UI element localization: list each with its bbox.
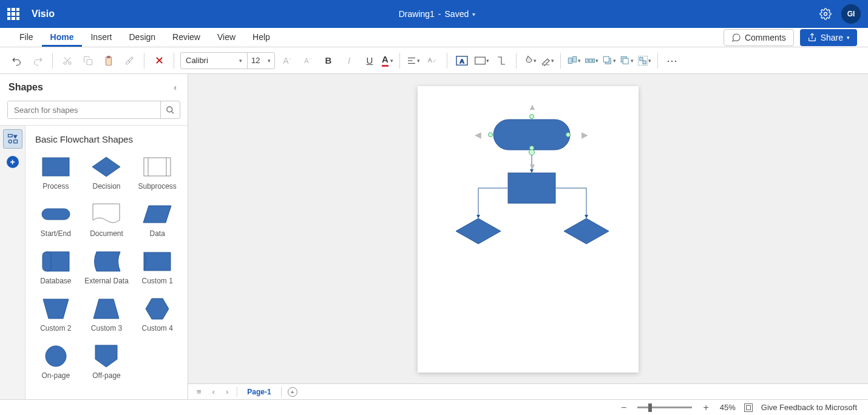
next-page-button[interactable]: › xyxy=(223,387,231,396)
add-page-button[interactable]: + xyxy=(288,387,297,397)
shape-item-database[interactable]: Database xyxy=(30,248,81,288)
shape-item-custom3[interactable]: Custom 3 xyxy=(81,295,132,335)
canvas-shape-decision-3[interactable] xyxy=(563,218,609,245)
chevron-down-icon: ▾ xyxy=(595,58,598,64)
prev-page-button[interactable]: ‹ xyxy=(210,387,217,396)
paste-button[interactable] xyxy=(100,52,117,69)
shape-item-offpage[interactable]: Off-page xyxy=(81,342,132,382)
chevron-down-icon: ▾ xyxy=(472,11,475,18)
user-avatar[interactable]: GI xyxy=(841,4,861,24)
italic-button[interactable]: I xyxy=(341,52,358,69)
svg-text:A: A xyxy=(459,57,464,64)
cut-button[interactable] xyxy=(59,52,76,69)
align-button[interactable]: ▾ xyxy=(406,55,420,66)
selection-handle[interactable] xyxy=(488,132,493,137)
chevron-down-icon: ▾ xyxy=(631,58,634,64)
shape-item-custom2[interactable]: Custom 2 xyxy=(30,295,81,335)
document-title[interactable]: Drawing1 - Saved ▾ xyxy=(55,9,819,19)
shape-style-button[interactable]: ▾ xyxy=(474,56,489,66)
canvas-shape-decision-2[interactable] xyxy=(455,218,501,245)
shape-label: Custom 4 xyxy=(141,324,172,332)
collapse-panel-button[interactable]: ‹ xyxy=(171,80,179,95)
page-tab-1[interactable]: Page-1 xyxy=(243,388,274,396)
menu-tab-insert[interactable]: Insert xyxy=(82,29,120,47)
delete-button[interactable]: ✕ xyxy=(151,52,168,69)
line-color-button[interactable]: ▾ xyxy=(540,55,554,66)
shape-item-startend[interactable]: Start/End xyxy=(30,200,81,240)
shape-item-subprocess[interactable]: Subprocess xyxy=(132,153,183,193)
page-list-button[interactable]: ≡ xyxy=(194,387,204,396)
connector-button[interactable] xyxy=(493,52,510,69)
autoconnect-arrow[interactable]: ▶ xyxy=(581,130,588,140)
canvas-shape-process-1[interactable] xyxy=(507,172,556,204)
font-family-dropdown[interactable]: Calibri▾ xyxy=(181,53,248,69)
shape-item-extdata[interactable]: External Data xyxy=(81,248,132,288)
redo-button[interactable] xyxy=(29,52,46,69)
selection-handle[interactable] xyxy=(529,114,534,119)
zoom-slider[interactable] xyxy=(637,407,692,408)
shapes-panel: Shapes ‹ + Basic Flowchart Shapes Proces… xyxy=(0,74,188,399)
arrange-align-button[interactable]: ▾ xyxy=(567,55,581,66)
zoom-in-button[interactable]: + xyxy=(700,402,711,413)
shape-item-custom1[interactable]: Custom 1 xyxy=(132,248,183,288)
svg-point-32 xyxy=(8,140,12,143)
undo-button[interactable] xyxy=(8,52,25,69)
fit-to-window-button[interactable] xyxy=(744,403,753,412)
fill-color-button[interactable]: ▾ xyxy=(523,55,537,66)
title-bar: Visio Drawing1 - Saved ▾ GI xyxy=(0,0,868,28)
shape-item-onpage[interactable]: On-page xyxy=(30,342,81,382)
grow-font-button[interactable]: A˄ xyxy=(279,52,296,69)
text-orientation-button[interactable]: A xyxy=(424,52,441,69)
more-button[interactable]: ⋯ xyxy=(664,52,681,69)
selection-handle[interactable] xyxy=(566,132,571,137)
menu-tab-home[interactable]: Home xyxy=(42,29,83,47)
document-icon xyxy=(91,203,121,226)
custom1-icon xyxy=(142,250,172,273)
menu-tab-review[interactable]: Review xyxy=(164,29,209,47)
bring-front-button[interactable]: ▾ xyxy=(602,55,616,66)
shapes-panel-title: Shapes xyxy=(8,82,43,93)
autoconnect-arrow[interactable]: ◀ xyxy=(475,130,481,140)
format-painter-button[interactable] xyxy=(121,52,138,69)
shape-item-data[interactable]: Data xyxy=(132,200,183,240)
font-color-button[interactable]: A▾ xyxy=(382,54,393,67)
shape-item-process[interactable]: Process xyxy=(30,153,81,193)
shape-item-document[interactable]: Document xyxy=(81,200,132,240)
shape-item-decision[interactable]: Decision xyxy=(81,153,132,193)
comments-button[interactable]: Comments xyxy=(724,29,794,46)
svg-marker-42 xyxy=(93,299,119,319)
share-button[interactable]: Share ▾ xyxy=(800,29,857,46)
add-stencil-button[interactable]: + xyxy=(3,152,22,172)
svg-rect-27 xyxy=(640,57,643,60)
group-button[interactable]: ▾ xyxy=(637,55,651,66)
onpage-icon xyxy=(41,345,71,368)
menu-tab-view[interactable]: View xyxy=(209,29,244,47)
menu-tab-design[interactable]: Design xyxy=(120,29,164,47)
zoom-out-button[interactable]: − xyxy=(619,402,629,413)
autoconnect-arrow[interactable]: ▲ xyxy=(528,102,537,112)
search-button[interactable] xyxy=(160,101,180,118)
drawing-page[interactable]: ▲◀▶▼ xyxy=(418,86,639,373)
selection-handle-bottom[interactable] xyxy=(529,149,535,155)
shape-label: Custom 3 xyxy=(91,324,122,332)
position-button[interactable]: ▾ xyxy=(585,55,598,66)
text-box-button[interactable]: A xyxy=(453,52,470,69)
send-back-button[interactable]: ▾ xyxy=(620,55,634,66)
shape-item-custom4[interactable]: Custom 4 xyxy=(132,295,183,335)
canvas-scroll[interactable]: ▲◀▶▼ xyxy=(188,74,868,383)
custom4-icon xyxy=(142,297,172,320)
zoom-thumb[interactable] xyxy=(648,403,652,412)
app-launcher-icon[interactable] xyxy=(7,8,19,20)
shrink-font-button[interactable]: A˅ xyxy=(299,52,316,69)
copy-button[interactable] xyxy=(80,52,97,69)
search-input[interactable] xyxy=(8,101,160,118)
menu-tab-file[interactable]: File xyxy=(11,29,42,47)
feedback-link[interactable]: Give Feedback to Microsoft xyxy=(761,403,857,412)
settings-icon[interactable] xyxy=(819,8,832,20)
underline-button[interactable]: U xyxy=(361,52,378,69)
autoconnect-arrow[interactable]: ▼ xyxy=(528,161,537,171)
stencil-tab-flowchart[interactable] xyxy=(3,129,22,149)
menu-tab-help[interactable]: Help xyxy=(244,29,279,47)
font-size-dropdown[interactable]: 12▾ xyxy=(248,53,274,69)
bold-button[interactable]: B xyxy=(320,52,337,69)
